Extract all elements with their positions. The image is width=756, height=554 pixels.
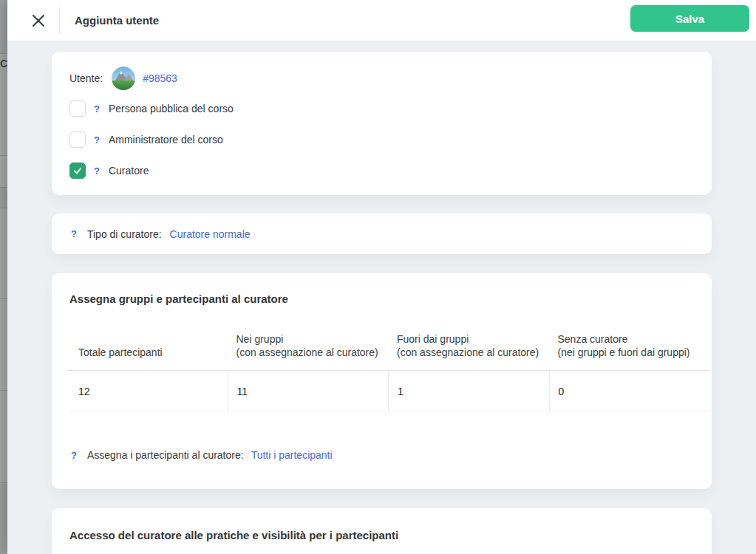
add-user-panel: Aggiunta utente Salva Utente: (7, 0, 756, 554)
backdrop-band (0, 484, 7, 554)
user-id-link[interactable]: #98563 (143, 72, 177, 84)
backdrop-divider (0, 390, 7, 391)
assign-participants-value-link[interactable]: Tutti i partecipanti (251, 449, 333, 461)
role-row-course-admin: ? Amministratore del corso (69, 131, 694, 148)
user-label: Utente: (69, 72, 103, 84)
checkbox-label: Curatore (109, 165, 149, 177)
help-icon[interactable]: ? (71, 228, 77, 239)
curator-type-card: ? Tipo di curatore: Curatore normale (52, 213, 712, 254)
access-card: Accesso del curatore alle pratiche e vis… (52, 508, 712, 554)
backdrop-divider (0, 187, 7, 188)
assign-participants-label: Assegna i partecipanti al curatore: (87, 449, 244, 461)
column-header-without-curator: Senza curatore (nei gruppi e fuori dai g… (549, 324, 710, 370)
curator-type-row: ? Tipo di curatore: Curatore normale (69, 228, 251, 240)
groups-card-title: Assegna gruppi e partecipanti al curator… (69, 293, 709, 305)
cell-outside-groups: 1 (388, 371, 549, 411)
checkbox-course-admin[interactable] (69, 131, 86, 148)
checkbox-label: Amministratore del corso (109, 134, 223, 146)
checkbox-public-person[interactable] (69, 100, 86, 117)
column-header-outside-groups: Fuori dai gruppi (con assegnazione al cu… (388, 324, 549, 370)
access-card-title: Accesso del curatore alle pratiche e vis… (69, 529, 694, 541)
curator-type-value-link[interactable]: Curatore normale (170, 228, 251, 240)
help-icon[interactable]: ? (94, 103, 100, 114)
backdrop-divider (0, 298, 7, 299)
page-title: Aggiunta utente (75, 14, 159, 27)
help-icon[interactable]: ? (94, 165, 100, 177)
checkbox-curator[interactable] (69, 163, 86, 179)
backdrop-divider (0, 208, 7, 208)
background-page-strip: C (0, 0, 7, 554)
column-header-in-groups: Nei gruppi (con assegnazione al curatore… (228, 324, 389, 370)
landscape-photo-icon (112, 66, 135, 90)
curator-type-label: Tipo di curatore: (87, 228, 162, 240)
backdrop-divider (0, 482, 7, 483)
column-header-total: Totale partecipanti (67, 324, 228, 370)
backdrop-band (0, 0, 7, 53)
backdrop-band (0, 187, 7, 208)
close-icon (31, 13, 46, 28)
assign-participants-row: ? Assegna i partecipanti al curatore: Tu… (71, 449, 709, 461)
close-button[interactable] (18, 0, 59, 41)
cell-without-curator: 0 (549, 371, 710, 411)
backdrop-divider (0, 155, 7, 156)
backdrop-divider (0, 53, 7, 54)
participants-table-row: 12 11 1 0 (67, 371, 709, 412)
role-row-public-person: ? Persona pubblica del corso (69, 100, 694, 117)
checkmark-icon (72, 165, 83, 176)
help-icon[interactable]: ? (71, 450, 77, 461)
backdrop-clipped-text: C (0, 58, 7, 69)
participants-table-header: Totale partecipanti Nei gruppi (con asse… (67, 324, 709, 371)
save-button[interactable]: Salva (630, 5, 749, 32)
user-row: Utente: (69, 66, 694, 90)
avatar (112, 66, 135, 90)
groups-card: Assegna gruppi e partecipanti al curator… (52, 273, 712, 489)
checkbox-label: Persona pubblica del corso (109, 103, 234, 114)
header-divider (59, 7, 60, 34)
help-icon[interactable]: ? (94, 134, 100, 146)
panel-header: Aggiunta utente Salva (7, 0, 756, 41)
cell-in-groups: 11 (228, 371, 389, 411)
user-card: Utente: (52, 52, 712, 195)
panel-content: Utente: (7, 41, 756, 554)
participants-table: Totale partecipanti Nei gruppi (con asse… (67, 324, 709, 412)
cell-total: 12 (67, 371, 228, 411)
role-row-curator: ? Curatore (69, 163, 694, 179)
